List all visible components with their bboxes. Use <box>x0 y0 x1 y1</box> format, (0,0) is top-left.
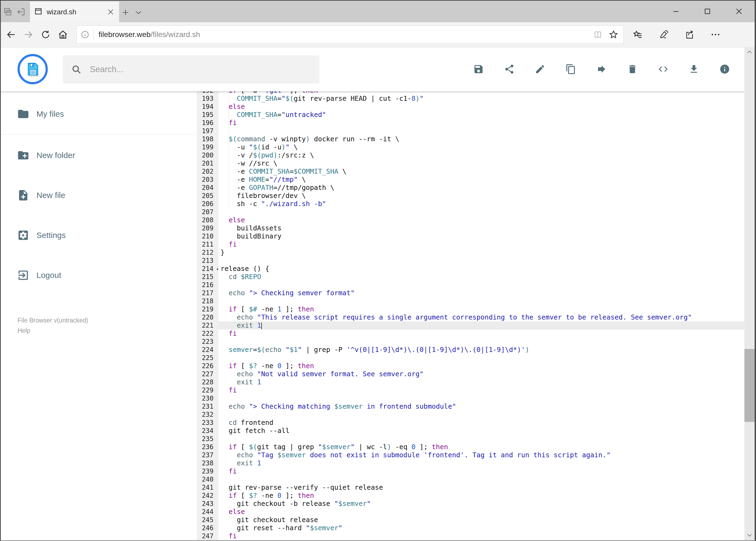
reading-view-icon[interactable] <box>590 26 606 43</box>
code-line-text[interactable] <box>218 394 744 402</box>
code-line[interactable]: 212} <box>197 249 744 257</box>
code-line-text[interactable] <box>218 337 744 346</box>
code-line[interactable]: 204 -e GOPATH=//tmp/gopath \ <box>197 184 744 192</box>
sidebar-item-logout[interactable]: Logout <box>1 266 197 285</box>
code-line-text[interactable]: -u "$(id -u)" \ <box>218 143 744 151</box>
code-line-text[interactable]: if [ $(git tag | grep "$semver" | wc -l)… <box>218 443 744 451</box>
code-line[interactable]: 209 buildAssets <box>197 224 744 232</box>
move-icon[interactable] <box>596 64 607 75</box>
code-line-text[interactable] <box>218 127 744 135</box>
code-line-text[interactable]: semver=$(echo "$1" | grep -P '^v(0|[1-9]… <box>218 346 744 354</box>
code-line-text[interactable]: if [ $? -ne 0 ]; then <box>218 492 744 500</box>
code-line-text[interactable]: cd $REPO <box>218 273 744 281</box>
code-line-text[interactable]: -e COMMIT_SHA=$COMMIT_SHA \ <box>218 168 744 176</box>
code-line[interactable]: 229 fi <box>197 386 744 394</box>
code-icon[interactable] <box>657 64 669 75</box>
close-tab-icon[interactable] <box>106 7 115 16</box>
code-line-text[interactable]: release () { <box>218 265 744 273</box>
copy-icon[interactable] <box>565 64 577 75</box>
code-line-text[interactable]: -w //src \ <box>218 159 744 168</box>
delete-icon[interactable] <box>627 64 638 75</box>
code-line[interactable]: 222 fi <box>197 329 744 337</box>
help-link[interactable]: Help <box>18 325 197 336</box>
code-line-text[interactable]: -v /$(pwd):/src:z \ <box>218 151 744 159</box>
code-line-text[interactable] <box>218 354 744 362</box>
code-line[interactable]: 235 <box>197 435 744 443</box>
code-line[interactable]: 205 filebrowser/dev \ <box>197 192 744 200</box>
share-icon[interactable] <box>682 26 697 43</box>
code-line-text[interactable]: exit 1 <box>218 459 744 467</box>
code-line[interactable]: 214▾release () { <box>197 265 744 273</box>
code-line-text[interactable]: fi <box>218 241 744 249</box>
hub-icon[interactable] <box>631 26 645 43</box>
code-line[interactable]: 242 if [ $? -ne 0 ]; then <box>197 492 744 500</box>
code-line[interactable]: 201 -w //src \ <box>197 159 744 168</box>
code-line-text[interactable]: cd frontend <box>218 419 744 427</box>
code-line-text[interactable]: exit 1 <box>218 321 744 329</box>
forward-button[interactable] <box>20 26 37 43</box>
code-line[interactable]: 211 fi <box>197 241 744 249</box>
scroll-down-icon[interactable] <box>744 530 755 540</box>
download-icon[interactable] <box>688 64 700 75</box>
refresh-button[interactable] <box>37 26 54 43</box>
code-line-text[interactable]: git reset --hard "$semver" <box>218 524 744 532</box>
scrollbar-thumb[interactable] <box>744 349 755 422</box>
code-line[interactable]: 221 exit 1 <box>197 321 744 329</box>
minimize-button[interactable] <box>660 1 691 22</box>
sidebar-item-new-file[interactable]: New file <box>1 186 197 205</box>
home-button[interactable] <box>54 26 72 43</box>
code-line[interactable]: 207 <box>197 208 744 216</box>
code-line-text[interactable]: fi <box>218 119 744 127</box>
code-line[interactable]: 206 sh -c "./wizard.sh -b" <box>197 200 744 208</box>
code-line-text[interactable]: } <box>218 249 744 257</box>
code-line[interactable]: 220 echo "This release script requires a… <box>197 313 744 321</box>
code-line-text[interactable] <box>218 208 744 216</box>
favorite-star-icon[interactable] <box>606 26 621 43</box>
code-line[interactable]: 208 else <box>197 216 744 224</box>
code-line-text[interactable]: git checkout release <box>218 516 744 524</box>
code-line-text[interactable]: echo "This release script requires a sin… <box>218 313 744 321</box>
code-line-text[interactable]: git fetch --all <box>218 427 744 435</box>
more-icon[interactable] <box>708 26 722 43</box>
code-line[interactable]: 230 <box>197 394 744 402</box>
code-line-text[interactable] <box>218 281 744 289</box>
info-icon[interactable] <box>719 64 730 75</box>
code-line-text[interactable]: fi <box>218 532 744 540</box>
code-line[interactable]: 232 <box>197 410 744 419</box>
code-line-text[interactable]: echo "> Checking semver format" <box>218 289 744 297</box>
code-line[interactable]: 245 git checkout release <box>197 516 744 524</box>
fold-arrow-icon[interactable]: ▾ <box>216 265 219 273</box>
code-line-text[interactable]: -e HOME="//tmp" \ <box>218 176 744 184</box>
code-line[interactable]: 219 if [ $# -ne 1 ]; then <box>197 305 744 313</box>
code-editor[interactable]: 192 if [ -d ".git" ]; then193 COMMIT_SHA… <box>197 91 744 540</box>
sidebar-item-settings[interactable]: Settings <box>1 226 197 245</box>
maximize-button[interactable] <box>691 1 723 22</box>
code-line-text[interactable] <box>218 297 744 305</box>
vertical-scrollbar[interactable] <box>744 47 755 540</box>
code-line-text[interactable]: fi <box>218 329 744 337</box>
code-line[interactable]: 240 <box>197 475 744 483</box>
code-line[interactable]: 198 $(command -v winpty) docker run --rm… <box>197 135 744 143</box>
code-line[interactable]: 226 if [ $? -ne 0 ]; then <box>197 362 744 370</box>
code-line[interactable]: 246 git reset --hard "$semver" <box>197 524 744 532</box>
search-input[interactable] <box>90 65 319 74</box>
code-line-text[interactable] <box>218 475 744 483</box>
code-line-text[interactable]: if [ -d ".git" ]; then <box>218 91 744 95</box>
code-line-text[interactable]: else <box>218 216 744 224</box>
code-line[interactable]: 196 fi <box>197 119 744 127</box>
code-line[interactable]: 236 if [ $(git tag | grep "$semver" | wc… <box>197 443 744 451</box>
filebrowser-logo[interactable] <box>18 54 48 84</box>
code-line-text[interactable]: filebrowser/dev \ <box>218 192 744 200</box>
code-line-text[interactable]: $(command -v winpty) docker run --rm -it… <box>218 135 744 143</box>
tab-menu-button[interactable] <box>132 3 145 22</box>
code-line-text[interactable] <box>218 410 744 419</box>
edit-icon[interactable] <box>534 64 546 75</box>
tab-preview-button[interactable] <box>1 3 14 22</box>
share-file-icon[interactable] <box>504 64 515 75</box>
code-line[interactable]: 216 <box>197 281 744 289</box>
code-line[interactable]: 241 git rev-parse --verify --quiet relea… <box>197 483 744 492</box>
set-tabs-aside-button[interactable] <box>14 3 28 22</box>
tab-wizard-sh[interactable]: wizard.sh <box>30 2 119 22</box>
code-line-text[interactable]: if [ $# -ne 1 ]; then <box>218 305 744 313</box>
sidebar-item-new-folder[interactable]: New folder <box>1 146 197 165</box>
